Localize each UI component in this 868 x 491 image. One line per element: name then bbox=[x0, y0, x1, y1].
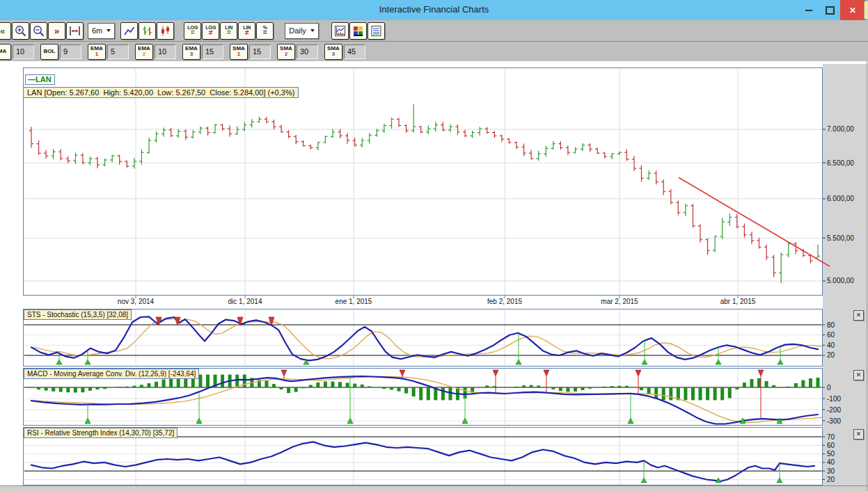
indicator-window-button[interactable] bbox=[331, 22, 349, 40]
indicator-group-ema1: EMA1 5 bbox=[88, 44, 129, 60]
period-select[interactable]: Daily bbox=[285, 23, 318, 39]
close-x-icon: ✕ bbox=[856, 312, 862, 319]
scale-lin-unlinked-button[interactable]: LIN ≠ bbox=[238, 22, 255, 40]
indicator-button-ema1[interactable]: EMA1 bbox=[88, 44, 106, 60]
scale-log-linked-button[interactable]: LOG = bbox=[184, 22, 201, 40]
window-title: Interactive Financial Charts bbox=[0, 4, 868, 15]
fit-range-button[interactable] bbox=[66, 22, 84, 40]
background-window-sliver bbox=[864, 1, 868, 19]
sts-close-button[interactable]: ✕ bbox=[853, 310, 864, 321]
legend-line-sample: — bbox=[28, 75, 35, 83]
svg-text:5.000,00: 5.000,00 bbox=[827, 277, 854, 284]
indicator-sub: 1 bbox=[237, 51, 240, 57]
svg-text:50: 50 bbox=[827, 450, 835, 458]
magnifier-minus-icon bbox=[32, 24, 45, 38]
not-equals-icon: ≠ bbox=[245, 29, 249, 36]
indicator-button-sma3[interactable]: SMA3 bbox=[324, 44, 342, 60]
indicator-button-sma1[interactable]: SMA1 bbox=[230, 44, 248, 60]
minimize-button[interactable] bbox=[798, 0, 819, 20]
svg-text:5.500,00: 5.500,00 bbox=[827, 234, 854, 242]
maximize-button[interactable] bbox=[819, 0, 840, 20]
candlestick-icon bbox=[159, 24, 172, 38]
macd-close-button[interactable]: ✕ bbox=[853, 370, 864, 380]
close-icon: ✕ bbox=[849, 6, 856, 15]
close-button[interactable]: ✕ bbox=[840, 0, 865, 20]
indicator-label: BOL bbox=[44, 49, 56, 54]
svg-text:40: 40 bbox=[827, 458, 835, 466]
indicator-sub: 2 bbox=[143, 51, 145, 57]
zoom-in-button[interactable] bbox=[12, 22, 29, 40]
indicator-value-ema1[interactable]: 5 bbox=[107, 45, 129, 59]
svg-text:7.000,00: 7.000,00 bbox=[827, 125, 854, 133]
chart-region: nov 3, 2014dic 1, 2014ene 1, 2015feb 2, … bbox=[0, 61, 868, 491]
equals-icon: = bbox=[263, 29, 267, 36]
indicator-button-ema2[interactable]: EMA2 bbox=[135, 44, 153, 60]
svg-text:20: 20 bbox=[827, 351, 835, 359]
not-equals-icon: ≠ bbox=[209, 29, 213, 36]
svg-text:dic 1, 2014: dic 1, 2014 bbox=[228, 298, 262, 305]
colors-settings-button[interactable] bbox=[349, 22, 367, 40]
indicator-value-ema3[interactable]: 15 bbox=[202, 45, 223, 59]
sts-panel-title: STS - Stochastic (15,3,5) [32,08] bbox=[24, 309, 132, 320]
svg-text:mar 2, 2015: mar 2, 2015 bbox=[601, 298, 638, 305]
ohlc-bars-icon bbox=[141, 24, 154, 38]
minimize-icon bbox=[805, 10, 812, 11]
chart-type-candle-button[interactable] bbox=[157, 22, 174, 40]
equals-icon: = bbox=[227, 29, 231, 36]
indicator-sub: 3 bbox=[190, 51, 193, 57]
zoom-out-button[interactable] bbox=[30, 22, 47, 40]
main-price-panel bbox=[24, 68, 823, 296]
indicator-sub: 2 bbox=[285, 51, 287, 57]
window-controls: ✕ bbox=[798, 0, 865, 20]
main-toolbar: « » 6m LOG = LOG ≠ bbox=[0, 20, 868, 42]
indicator-value-bol[interactable]: 9 bbox=[60, 45, 81, 59]
scale-lin-linked-button[interactable]: LIN = bbox=[220, 22, 237, 40]
indicator-value-ma[interactable]: 10 bbox=[13, 45, 34, 59]
indicator-button-bol[interactable]: BOL bbox=[40, 44, 58, 60]
rsi-close-button[interactable]: ✕ bbox=[853, 429, 864, 440]
indicator-value-ema2[interactable]: 10 bbox=[155, 45, 176, 59]
svg-text:-200: -200 bbox=[827, 406, 841, 414]
maximize-icon bbox=[826, 6, 835, 15]
first-arrows-icon: « bbox=[0, 26, 5, 35]
svg-text:60: 60 bbox=[827, 442, 835, 449]
equals-icon: = bbox=[191, 29, 195, 36]
range-select[interactable]: 6m bbox=[88, 23, 115, 39]
ohlc-info-bar: LAN [Open: 5.267,60 High: 5.420,00 Low: … bbox=[23, 87, 299, 98]
indicator-group-ema3: EMA3 15 bbox=[182, 44, 223, 60]
svg-text:-100: -100 bbox=[827, 395, 841, 403]
svg-text:70: 70 bbox=[827, 433, 835, 441]
titlebar: Interactive Financial Charts ✕ bbox=[0, 0, 868, 20]
svg-text:40: 40 bbox=[827, 341, 835, 349]
svg-text:80: 80 bbox=[827, 321, 835, 329]
nav-last-button[interactable]: » bbox=[48, 22, 65, 40]
scale-log-unlinked-button[interactable]: LOG ≠ bbox=[202, 22, 219, 40]
indicator-label: MA bbox=[0, 49, 6, 54]
mini-chart-icon bbox=[333, 24, 347, 38]
indicator-value-sma3[interactable]: 45 bbox=[344, 45, 365, 59]
chart-type-line-button[interactable] bbox=[120, 22, 138, 40]
indicator-button-ma[interactable]: MA bbox=[0, 44, 11, 60]
indicator-group-sma1: SMA1 15 bbox=[230, 44, 271, 60]
indicator-value-sma2[interactable]: 30 bbox=[297, 45, 318, 59]
indicator-value-sma1[interactable]: 15 bbox=[249, 45, 271, 59]
dropdown-chevron-icon bbox=[310, 29, 315, 32]
indicator-button-ema3[interactable]: EMA3 bbox=[182, 44, 200, 60]
svg-text:6.000,00: 6.000,00 bbox=[827, 195, 854, 202]
indicator-sub: 3 bbox=[332, 51, 335, 57]
scale-percent-button[interactable]: % = bbox=[256, 22, 274, 40]
report-icon bbox=[370, 24, 383, 38]
indicator-button-sma2[interactable]: SMA2 bbox=[277, 44, 295, 60]
nav-first-button[interactable]: « bbox=[0, 22, 11, 40]
rsi-panel-title: RSI - Relative Strength Index (14,30,70)… bbox=[24, 428, 177, 438]
color-palette-icon bbox=[352, 24, 365, 38]
svg-text:0: 0 bbox=[827, 384, 831, 392]
indicator-group-ema2: EMA2 10 bbox=[135, 44, 176, 60]
chart-type-ohlc-button[interactable] bbox=[139, 22, 156, 40]
legend-chip[interactable]: —LAN bbox=[25, 74, 55, 85]
close-x-icon: ✕ bbox=[856, 430, 862, 437]
report-button[interactable] bbox=[368, 22, 385, 40]
svg-text:30: 30 bbox=[827, 467, 835, 475]
svg-text:20: 20 bbox=[827, 476, 835, 483]
indicator-sub: 1 bbox=[95, 51, 98, 57]
